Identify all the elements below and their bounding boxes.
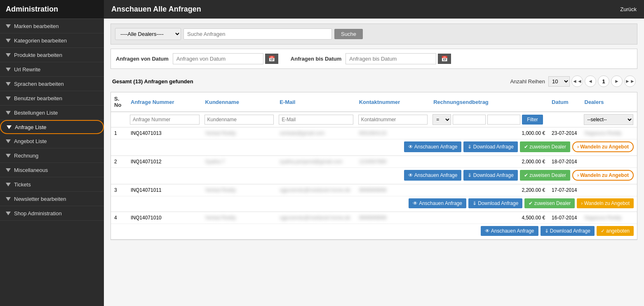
blurred-value: venkate@gmail.com [280,130,324,136]
svg-marker-11 [6,183,11,186]
search-input[interactable] [183,28,332,40]
sidebar-item-produkte[interactable]: Produkte bearbeiten [0,48,104,62]
sidebar-item-url-rewrite[interactable]: Url Rewrite [0,62,104,77]
action-button-download-anfrage[interactable]: ⇓ Download Anfrage [468,198,522,208]
filter-input-1[interactable] [130,115,200,125]
filter-amount-input2[interactable] [487,115,520,125]
cell-s.-no: 1 [111,127,127,139]
blurred-value: vgpunendu@medianet-home.de [280,215,350,221]
sidebar-item-label: Sprachen bearbeiten [14,81,64,87]
filter-amount-input[interactable] [453,115,486,125]
blurred-value: Venkat Reddy [205,215,236,221]
pagination-last-button[interactable]: ►► [624,75,636,87]
cell-kundenname: Venkat Reddy [202,212,277,224]
cell-kundenname: Syatha T [202,156,277,168]
cell-anfrage-nummer: INQ14071011 [127,184,202,196]
blurred-value: 9898989898 [359,187,387,193]
pagination-first-button[interactable]: ◄◄ [571,75,583,87]
date-to-calendar-button[interactable]: 📅 [438,54,451,64]
cell-kontaktnummer: 9898989898 [356,184,430,196]
blurred-value: 6561864116 [359,130,387,136]
sidebar-item-rechnung[interactable]: Rechnung [0,148,104,163]
sidebar-arrow-icon [6,124,12,130]
date-to-label: Anfragen bis Datum [291,56,342,62]
filter-input-4[interactable] [358,115,428,125]
sidebar-item-tickets[interactable]: Tickets [0,177,104,192]
action-button-wandeln-zu-angebot[interactable]: › Wandeln zu Angebot [577,198,634,208]
action-cell: 👁 Anschauen Anfrage⇓ Download Anfrage✔ z… [111,196,637,212]
svg-marker-1 [6,39,11,42]
action-button-zuweisen-dealer[interactable]: ✔ zuweisen Dealer [520,141,570,152]
col-header-kontaktnummer[interactable]: Kontaktnummer [356,92,430,112]
sidebar-item-marken[interactable]: Marken bearbeiten [0,19,104,33]
action-button-zuweisen-dealer[interactable]: ✔ zuweisen Dealer [520,170,570,181]
svg-marker-4 [6,82,11,86]
sidebar-item-benutzer[interactable]: Benutzer bearbeiten [0,91,104,106]
main-content: Anschauen Alle Anfragen Zurück ----Alle … [104,0,644,306]
blurred-value: syatha.penpend@gmail.com [280,159,342,165]
col-header-dealers[interactable]: Dealers [581,92,637,112]
col-header-s.-no[interactable]: S. No [111,92,127,112]
cell-dealers: Nagasura Reddy [581,212,637,224]
action-button-angeboten[interactable]: ✓ angeboten [597,226,634,236]
sidebar-arrow-icon [5,95,12,101]
action-button-anschauen-anfrage[interactable]: 👁 Anschauen Anfrage [404,141,461,152]
dealer-select[interactable]: ----Alle Dealers----Dealer 1Dealer 2 [115,28,181,40]
action-button-anschauen-anfrage[interactable]: 👁 Anschauen Anfrage [409,198,466,208]
col-header-rechnungsendbetrag[interactable]: Rechnungsendbetrag [430,92,548,112]
search-bar: ----Alle Dealers----Dealer 1Dealer 2 Suc… [110,24,637,45]
sidebar-title: Administration [0,0,104,19]
sidebar-item-shop[interactable]: Shop Administration [0,206,104,221]
search-button[interactable]: Suche [334,29,363,39]
sidebar-item-angebot[interactable]: Angebot Liste [0,134,104,148]
sidebar-item-kategorien[interactable]: Kategorien bearbeiten [0,33,104,48]
sidebar-arrow-icon [5,37,12,44]
col-header-datum[interactable]: Datum [548,92,581,112]
back-button[interactable]: Zurück [620,6,637,12]
pagination-prev-button[interactable]: ◄ [585,75,596,87]
action-button-wandeln-zu-angebot[interactable]: › Wandeln zu Angebot [572,141,634,152]
sidebar-item-anfrage[interactable]: Anfrage Liste [0,120,104,134]
cell-anfrage-nummer: INQ14071013 [127,127,202,139]
filter-operator-select[interactable]: =><>=<= [432,114,451,125]
cell-kundenname: Venkat Reddy [202,127,277,139]
filter-dealer-select[interactable]: --select-- [584,114,633,125]
sidebar-item-bestellungen[interactable]: Bestellungen Liste [0,106,104,120]
sidebar-arrow-icon [5,66,12,73]
col-header-anfrage-nummer[interactable]: Anfrage Nummer [127,92,202,112]
action-button-download-anfrage[interactable]: ⇓ Download Anfrage [541,226,595,236]
col-header-e-mail[interactable]: E-Mail [276,92,356,112]
blurred-value: Nagasura Reddy [585,130,622,136]
filter-input-2[interactable] [204,115,274,125]
rows-per-page-select[interactable]: 5102550100 [548,76,570,87]
cell-s.-no: 4 [111,212,127,224]
svg-marker-2 [6,53,11,57]
main-header: Anschauen Alle Anfragen Zurück [104,0,644,19]
filter-input-3[interactable] [279,115,353,125]
col-header-kundenname[interactable]: Kundenname [202,92,277,112]
action-row: 👁 Anschauen Anfrage⇓ Download Anfrage✔ z… [111,139,637,156]
sidebar-item-miscellaneous[interactable]: Miscellaneous [0,163,104,177]
action-button-download-anfrage[interactable]: ⇓ Download Anfrage [463,141,517,152]
sidebar-item-newsletter[interactable]: Newsletter bearbeiten [0,192,104,206]
action-button-download-anfrage[interactable]: ⇓ Download Anfrage [463,170,517,181]
cell-dealers [581,184,637,196]
sidebar-item-sprachen[interactable]: Sprachen bearbeiten [0,77,104,91]
action-button-anschauen-anfrage[interactable]: 👁 Anschauen Anfrage [481,226,538,236]
date-from-calendar-button[interactable]: 📅 [265,54,278,64]
cell-kontaktnummer: 1234567890 [356,156,430,168]
action-button-wandeln-zu-angebot[interactable]: › Wandeln zu Angebot [572,170,634,181]
action-button-zuweisen-dealer[interactable]: ✔ zuweisen Dealer [524,198,575,208]
cell-dealers: Nagasura Reddy [581,127,637,139]
cell-e-mail: vgpunendu@medianet-home.de [276,212,356,224]
date-to-input[interactable] [346,53,436,64]
cell-dealers [581,156,637,168]
date-from-input[interactable] [173,53,263,64]
pagination-current-page: 1 [598,75,609,87]
sidebar-item-label: Benutzer bearbeiten [14,95,62,101]
action-button-anschauen-anfrage[interactable]: 👁 Anschauen Anfrage [404,170,461,181]
pagination-next-button[interactable]: ► [611,75,623,87]
action-cell: 👁 Anschauen Anfrage⇓ Download Anfrage✔ z… [111,139,637,156]
sidebar-arrow-icon [5,80,12,87]
filter-button[interactable]: Filter [522,115,543,125]
